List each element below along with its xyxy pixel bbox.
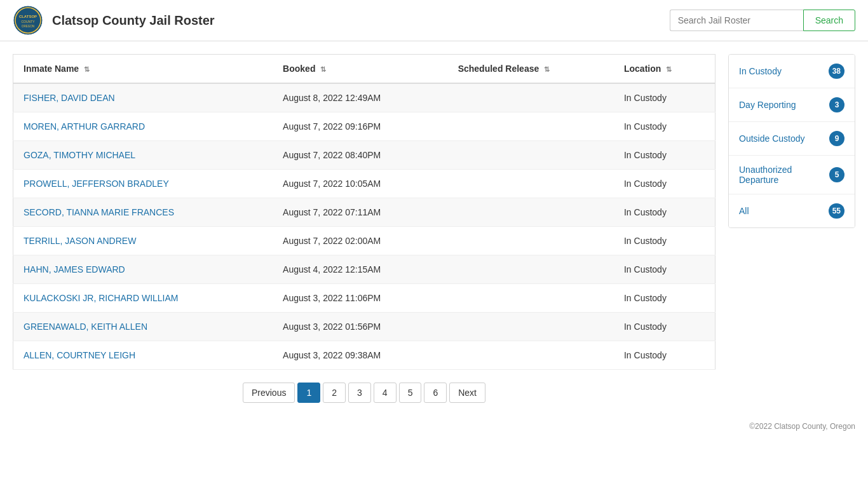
- sidebar-item-badge: 55: [829, 203, 844, 219]
- page-button-5[interactable]: 5: [399, 383, 422, 403]
- scheduled-release: [448, 341, 614, 370]
- sidebar-item-label: Outside Custody: [739, 133, 805, 144]
- page-button-6[interactable]: 6: [424, 383, 447, 403]
- table-row: ALLEN, COURTNEY LEIGHAugust 3, 2022 09:3…: [13, 341, 715, 370]
- table-row: KULACKOSKI JR, RICHARD WILLIAMAugust 3, …: [13, 284, 715, 313]
- sort-icon-name: ⇅: [84, 65, 90, 74]
- table-header-row: Inmate Name ⇅ Booked ⇅ Scheduled Release…: [13, 55, 715, 84]
- table-row: PROWELL, JEFFERSON BRADLEYAugust 7, 2022…: [13, 170, 715, 198]
- table-row: MOREN, ARTHUR GARRARDAugust 7, 2022 09:1…: [13, 112, 715, 141]
- scheduled-release: [448, 141, 614, 170]
- page-button-3[interactable]: 3: [348, 383, 371, 403]
- sidebar-item-badge: 38: [829, 64, 844, 79]
- inmate-link[interactable]: ALLEN, COURTNEY LEIGH: [24, 350, 135, 360]
- sort-icon-location: ⇅: [666, 65, 672, 74]
- scheduled-release: [448, 313, 614, 341]
- page-title: Clatsop County Jail Roster: [52, 13, 670, 28]
- sidebar-item-badge: 9: [829, 131, 844, 146]
- page-button-4[interactable]: 4: [374, 383, 397, 403]
- col-header-booked[interactable]: Booked ⇅: [273, 55, 448, 84]
- next-button[interactable]: Next: [449, 383, 485, 403]
- location: In Custody: [614, 313, 715, 341]
- location: In Custody: [614, 198, 715, 227]
- scheduled-release: [448, 198, 614, 227]
- location: In Custody: [614, 341, 715, 370]
- inmate-link[interactable]: SECORD, TIANNA MARIE FRANCES: [24, 207, 174, 217]
- inmate-link[interactable]: FISHER, DAVID DEAN: [24, 93, 115, 103]
- booked-date: August 7, 2022 08:40PM: [273, 141, 448, 170]
- booked-date: August 7, 2022 02:00AM: [273, 227, 448, 255]
- svg-text:CLATSOP: CLATSOP: [19, 15, 37, 18]
- pagination: Previous 1 2 3 4 5 6 Next: [13, 383, 715, 403]
- sidebar-item-badge: 5: [829, 167, 844, 182]
- booked-date: August 7, 2022 10:05AM: [273, 170, 448, 198]
- sort-icon-booked: ⇅: [320, 65, 326, 74]
- booked-date: August 7, 2022 07:11AM: [273, 198, 448, 227]
- booked-date: August 3, 2022 11:06PM: [273, 284, 448, 313]
- table-area: Inmate Name ⇅ Booked ⇅ Scheduled Release…: [13, 54, 715, 403]
- inmate-link[interactable]: HAHN, JAMES EDWARD: [24, 264, 125, 274]
- location: In Custody: [614, 141, 715, 170]
- inmate-link[interactable]: PROWELL, JEFFERSON BRADLEY: [24, 179, 169, 189]
- scheduled-release: [448, 83, 614, 112]
- location: In Custody: [614, 284, 715, 313]
- location: In Custody: [614, 170, 715, 198]
- inmate-link[interactable]: GOZA, TIMOTHY MICHAEL: [24, 150, 135, 160]
- page-header: CLATSOP COUNTY OREGON Clatsop County Jai…: [0, 0, 868, 41]
- location: In Custody: [614, 112, 715, 141]
- page-button-2[interactable]: 2: [323, 383, 346, 403]
- table-row: FISHER, DAVID DEANAugust 8, 2022 12:49AM…: [13, 83, 715, 112]
- prev-button[interactable]: Previous: [243, 383, 295, 403]
- table-row: SECORD, TIANNA MARIE FRANCESAugust 7, 20…: [13, 198, 715, 227]
- location: In Custody: [614, 227, 715, 255]
- scheduled-release: [448, 112, 614, 141]
- scheduled-release: [448, 284, 614, 313]
- table-row: GOZA, TIMOTHY MICHAELAugust 7, 2022 08:4…: [13, 141, 715, 170]
- page-footer: ©2022 Clatsop County, Oregon: [0, 416, 868, 437]
- search-container: Search: [670, 10, 855, 31]
- booked-date: August 7, 2022 09:16PM: [273, 112, 448, 141]
- booked-date: August 4, 2022 12:15AM: [273, 255, 448, 284]
- table-row: HAHN, JAMES EDWARDAugust 4, 2022 12:15AM…: [13, 255, 715, 284]
- booked-date: August 3, 2022 01:56PM: [273, 313, 448, 341]
- scheduled-release: [448, 255, 614, 284]
- table-row: GREENAWALD, KEITH ALLENAugust 3, 2022 01…: [13, 313, 715, 341]
- svg-text:COUNTY: COUNTY: [21, 20, 35, 24]
- booked-date: August 3, 2022 09:38AM: [273, 341, 448, 370]
- location: In Custody: [614, 255, 715, 284]
- booked-date: August 8, 2022 12:49AM: [273, 83, 448, 112]
- sidebar-item[interactable]: Outside Custody9: [729, 122, 855, 156]
- search-input[interactable]: [670, 10, 803, 31]
- roster-table: Inmate Name ⇅ Booked ⇅ Scheduled Release…: [13, 54, 715, 370]
- sidebar-item[interactable]: Day Reporting3: [729, 88, 855, 122]
- sidebar-item[interactable]: All55: [729, 194, 855, 227]
- col-header-scheduled-release[interactable]: Scheduled Release ⇅: [448, 55, 614, 84]
- sidebar-item[interactable]: Unauthorized Departure5: [729, 156, 855, 194]
- main-content: Inmate Name ⇅ Booked ⇅ Scheduled Release…: [0, 41, 868, 416]
- sidebar-item-label: In Custody: [739, 66, 782, 76]
- inmate-link[interactable]: KULACKOSKI JR, RICHARD WILLIAM: [24, 293, 179, 303]
- sidebar-item-badge: 3: [829, 97, 844, 112]
- col-header-location[interactable]: Location ⇅: [614, 55, 715, 84]
- svg-text:OREGON: OREGON: [22, 25, 34, 28]
- sort-icon-scheduled: ⇅: [544, 65, 550, 74]
- sidebar-item-label: All: [739, 206, 749, 216]
- footer-text: ©2022 Clatsop County, Oregon: [749, 422, 855, 431]
- county-logo: CLATSOP COUNTY OREGON: [13, 5, 43, 36]
- col-header-name[interactable]: Inmate Name ⇅: [13, 55, 273, 84]
- table-row: TERRILL, JASON ANDREWAugust 7, 2022 02:0…: [13, 227, 715, 255]
- inmate-link[interactable]: TERRILL, JASON ANDREW: [24, 236, 136, 246]
- sidebar: In Custody38Day Reporting3Outside Custod…: [728, 54, 855, 228]
- scheduled-release: [448, 170, 614, 198]
- sidebar-item[interactable]: In Custody38: [729, 55, 855, 88]
- location: In Custody: [614, 83, 715, 112]
- scheduled-release: [448, 227, 614, 255]
- page-button-1[interactable]: 1: [297, 383, 320, 403]
- sidebar-item-label: Unauthorized Departure: [739, 165, 829, 185]
- sidebar-item-label: Day Reporting: [739, 100, 796, 110]
- inmate-link[interactable]: GREENAWALD, KEITH ALLEN: [24, 322, 147, 332]
- search-button[interactable]: Search: [803, 10, 855, 31]
- inmate-link[interactable]: MOREN, ARTHUR GARRARD: [24, 121, 145, 132]
